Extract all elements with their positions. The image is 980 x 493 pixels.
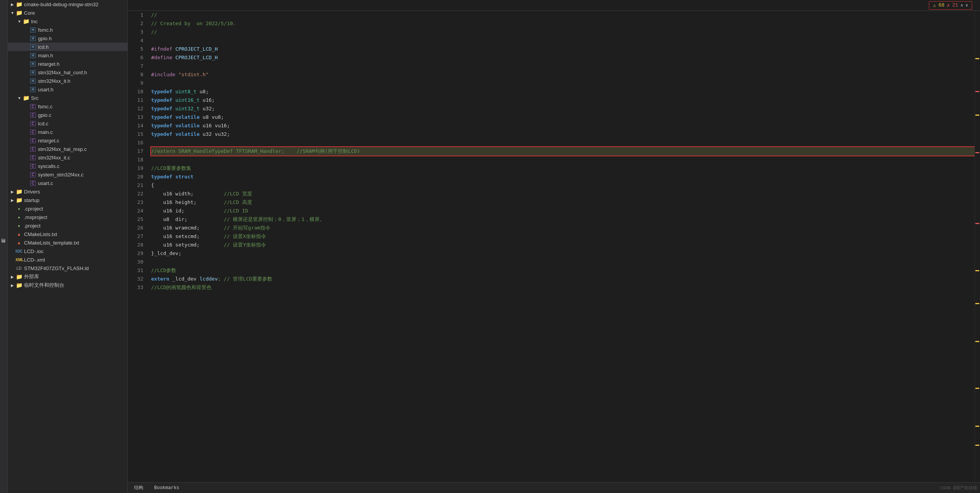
tree-label: Drivers: [24, 189, 127, 195]
line-num-26: 26: [128, 224, 147, 232]
sidebar-item-src[interactable]: ▼📁Src: [8, 94, 127, 102]
editor-body: 1234567891011121314151617181920212223242…: [128, 11, 980, 482]
bottom-tab-bookmarks[interactable]: Bookmarks: [151, 484, 182, 491]
code-line-12: typedef uint32_t u32;: [151, 104, 975, 113]
line-num-12: 12: [128, 104, 147, 113]
sidebar-item-.project[interactable]: ●.project: [8, 221, 127, 230]
sidebar-item-drivers[interactable]: ▶📁Drivers: [8, 187, 127, 196]
tree-label: LCD-.xml: [24, 257, 127, 263]
sidebar-item-.mxproject[interactable]: ●.mxproject: [8, 213, 127, 221]
code-line-32: extern _lcd_dev lcddev; // 管理LCD重要参数: [151, 275, 975, 283]
sidebar-item-.cproject[interactable]: ●.cproject: [8, 204, 127, 213]
tree-label: stm32f4xx_hal_msp.c: [38, 146, 127, 152]
code-line-20: typedef struct: [151, 173, 975, 181]
line-num-11: 11: [128, 96, 147, 104]
sidebar-item-lcd-ioc[interactable]: IOCLCD-.ioc: [8, 247, 127, 255]
code-line-17: //extern SRAM_HandleTypeDef TFTSRAM_Hand…: [151, 147, 975, 156]
sidebar-item-retarget.h[interactable]: Hretarget.h: [8, 60, 127, 68]
chevron-down-icon[interactable]: ∨: [965, 3, 968, 8]
line-num-3: 3: [128, 28, 147, 36]
sidebar-item-temp-control[interactable]: ▶📁临时文件和控制台: [8, 281, 127, 289]
tree-label: Src: [31, 95, 127, 101]
tree-label: stm32f4xx_it.c: [38, 155, 127, 161]
tree-label: fsmc.h: [38, 27, 127, 33]
line-num-13: 13: [128, 113, 147, 122]
editor-header: ⚠ 68 ✗ 21 ∧ ∨: [128, 0, 980, 11]
tree-label: system_stm32f4xx.c: [38, 172, 127, 178]
sidebar-item-startup[interactable]: ▶📁startup: [8, 196, 127, 204]
tree-label: lcd.c: [38, 121, 127, 127]
sidebar-item-stm32f4xx_it.h[interactable]: Hstm32f4xx_it.h: [8, 77, 127, 85]
code-line-9: [151, 79, 975, 87]
sidebar-item-stm32f4xx_hal_msp.c[interactable]: Cstm32f4xx_hal_msp.c: [8, 145, 127, 153]
code-line-13: typedef volatile u8 vu8;: [151, 113, 975, 122]
bookmarks-vertical: 结构: [0, 243, 7, 250]
bottom-tab-structure[interactable]: 结构: [131, 484, 146, 492]
line-num-21: 21: [128, 181, 147, 190]
line-num-6: 6: [128, 53, 147, 62]
warning-count: 68: [939, 2, 945, 8]
code-line-16: [151, 139, 975, 147]
sidebar-item-syscalls.c[interactable]: Csyscalls.c: [8, 162, 127, 170]
line-num-2: 2: [128, 19, 147, 28]
sidebar-item-system_stm32f4xx.c[interactable]: Csystem_stm32f4xx.c: [8, 170, 127, 179]
sidebar-item-external[interactable]: ▶📁外部库: [8, 272, 127, 281]
tree-label: main.c: [38, 129, 127, 135]
sidebar-item-inc[interactable]: ▼📁Inc: [8, 17, 127, 26]
sidebar-item-main.c[interactable]: Cmain.c: [8, 128, 127, 136]
tree-label: gpio.h: [38, 36, 127, 41]
scrollbar-error-mark: [975, 91, 979, 92]
line-num-5: 5: [128, 45, 147, 53]
sidebar-item-retarget.c[interactable]: Cretarget.c: [8, 136, 127, 145]
code-content[interactable]: //// Created by on 2022/5/10.//#ifndef C…: [147, 11, 975, 482]
sidebar-item-gpio.c[interactable]: Cgpio.c: [8, 111, 127, 119]
code-line-23: u16 height; //LCD 高度: [151, 198, 975, 207]
line-num-33: 33: [128, 283, 147, 292]
sidebar-item-main.h[interactable]: Hmain.h: [8, 51, 127, 60]
tree-label: fsmc.c: [38, 104, 127, 110]
sidebar-item-core[interactable]: ▼📁Core: [8, 9, 127, 17]
code-line-18: [151, 156, 975, 164]
code-line-24: u16 id; //LCD ID: [151, 207, 975, 215]
line-num-27: 27: [128, 232, 147, 241]
scrollbar-error-mark: [975, 152, 979, 153]
sidebar-item-stm32f4xx_it.c[interactable]: Cstm32f4xx_it.c: [8, 153, 127, 162]
code-line-10: typedef uint8_t u8;: [151, 87, 975, 96]
line-num-24: 24: [128, 207, 147, 215]
code-line-28: u16 setycmd; // 设置Y坐标指令: [151, 241, 975, 249]
line-num-18: 18: [128, 156, 147, 164]
editor-scrollbar[interactable]: [975, 11, 980, 482]
sidebar-item-usart.h[interactable]: Husart.h: [8, 85, 127, 94]
sidebar-item-cmakelists[interactable]: ▲CMakeLists.txt: [8, 230, 127, 238]
tree-label: 临时文件和控制台: [24, 282, 127, 289]
line-num-20: 20: [128, 173, 147, 181]
tree-label: Inc: [31, 19, 127, 24]
sidebar-item-stm32f4xx_hal_conf.h[interactable]: Hstm32f4xx_hal_conf.h: [8, 68, 127, 77]
tree-label: .project: [24, 223, 127, 229]
line-num-19: 19: [128, 164, 147, 173]
warning-error-badge[interactable]: ⚠ 68 ✗ 21 ∧ ∨: [929, 1, 972, 10]
tree-label: CMakeLists.txt: [24, 231, 127, 237]
line-num-29: 29: [128, 249, 147, 258]
code-line-22: u16 width; //LCD 宽度: [151, 190, 975, 198]
sidebar-item-stm32flash[interactable]: LDSTM32F407ZGTx_FLASH.ld: [8, 264, 127, 272]
bottom-panel: 结构 Bookmarks CSDN @国产娃娃猫: [128, 482, 980, 493]
scrollbar-error-mark: [975, 223, 979, 224]
tree-label: stm32f4xx_it.h: [38, 78, 127, 84]
sidebar-item-usart.c[interactable]: Cusart.c: [8, 179, 127, 187]
sidebar-item-lcd-xml[interactable]: XMLLCD-.xml: [8, 255, 127, 264]
sidebar-item-lcd.c[interactable]: Clcd.c: [8, 119, 127, 128]
sidebar-item-fsmc.h[interactable]: Hfsmc.h: [8, 26, 127, 34]
sidebar-item-cmakelists_template[interactable]: ▲CMakeLists_template.txt: [8, 238, 127, 247]
sidebar-item-cmake-build[interactable]: ▶📁cmake-build-debug-mingw-stm32: [8, 0, 127, 9]
line-num-32: 32: [128, 275, 147, 283]
scrollbar-warning-mark: [975, 388, 979, 389]
sidebar-item-lcd.h[interactable]: Hlcd.h: [8, 43, 127, 51]
tree-label: .mxproject: [24, 214, 127, 220]
scrollbar-warning-mark: [975, 445, 979, 446]
sidebar-item-fsmc.c[interactable]: Cfsmc.c: [8, 102, 127, 111]
sidebar-item-gpio.h[interactable]: Hgpio.h: [8, 34, 127, 43]
chevron-up-icon[interactable]: ∧: [961, 3, 963, 8]
scrollbar-warning-mark: [975, 115, 979, 116]
error-count: 21: [952, 2, 958, 8]
